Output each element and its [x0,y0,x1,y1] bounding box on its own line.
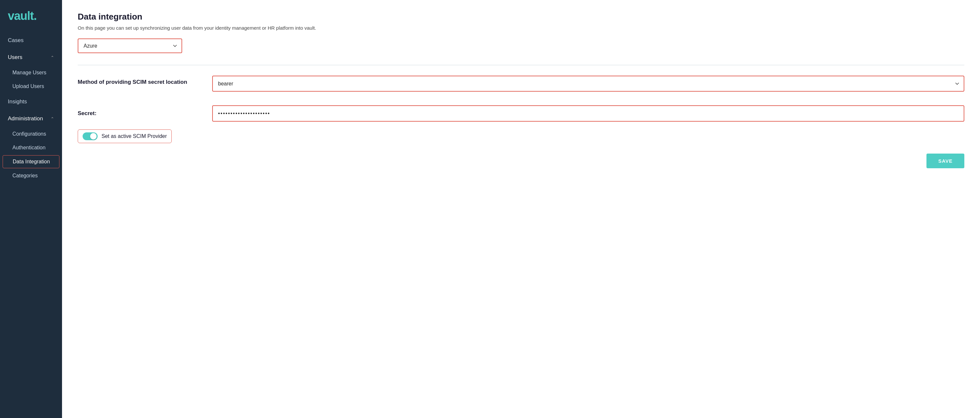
sidebar-item-administration[interactable]: Administration ⌃ [0,110,62,127]
provider-select[interactable]: Azure Okta Google Other [78,39,181,52]
sidebar-item-authentication[interactable]: Authentication [0,141,62,155]
sidebar-item-categories[interactable]: Categories [0,169,62,182]
sidebar: vault. Cases Users ⌃ Manage Users Upload… [0,0,62,418]
scim-method-select[interactable]: bearer header query [213,76,964,91]
sidebar-item-insights[interactable]: Insights [0,93,62,110]
scim-label-col: Method of providing SCIM secret location [78,76,202,86]
secret-input-wrapper [212,105,964,122]
sidebar-item-manage-users[interactable]: Manage Users [0,66,62,79]
section-divider [78,65,964,65]
sidebar-item-configurations[interactable]: Configurations [0,127,62,141]
sidebar-item-administration-label: Administration [8,116,43,122]
toggle-label: Set as active SCIM Provider [102,133,167,139]
secret-label-col: Secret: [78,110,202,117]
app-logo: vault. [0,0,62,32]
sidebar-item-users-label: Users [8,54,22,61]
save-button[interactable]: SAVE [926,154,964,168]
chevron-up-icon: ⌃ [51,55,54,60]
save-row: SAVE [78,154,964,168]
sidebar-item-upload-users[interactable]: Upload Users [0,79,62,93]
scim-select-wrapper: bearer header query [212,76,964,92]
page-description: On this page you can set up synchronizin… [78,25,964,31]
scim-method-section: Method of providing SCIM secret location… [78,76,964,98]
scim-provider-toggle-wrapper[interactable]: Set as active SCIM Provider [78,130,172,143]
secret-input-col [212,105,964,122]
secret-section: Secret: [78,105,964,122]
sidebar-item-data-integration[interactable]: Data Integration [3,155,59,168]
main-content: Data integration On this page you can se… [62,0,980,418]
page-title: Data integration [78,12,964,22]
provider-select-wrapper: Azure Okta Google Other [78,38,182,53]
secret-input[interactable] [213,106,964,121]
toggle-row: Set as active SCIM Provider [78,130,964,143]
secret-label: Secret: [78,110,202,117]
scim-provider-toggle[interactable] [83,132,98,140]
scim-input-col: bearer header query [212,76,964,98]
scim-method-label: Method of providing SCIM secret location [78,76,202,86]
chevron-up-icon-admin: ⌃ [51,116,54,121]
sidebar-item-users[interactable]: Users ⌃ [0,49,62,66]
sidebar-item-cases[interactable]: Cases [0,32,62,49]
toggle-knob [90,133,97,139]
